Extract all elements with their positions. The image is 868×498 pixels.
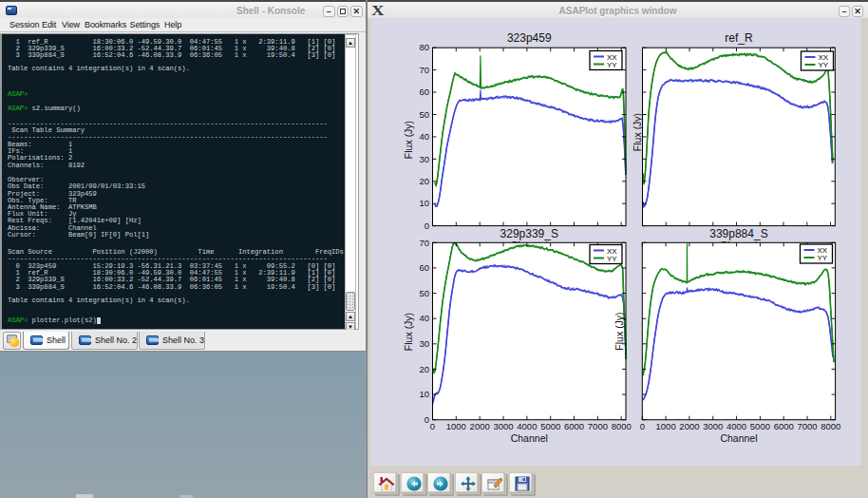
svg-text:4000: 4000 xyxy=(517,421,537,431)
svg-text:0: 0 xyxy=(425,414,429,425)
svg-text:Channel: Channel xyxy=(720,432,757,444)
svg-text:2000: 2000 xyxy=(470,421,490,431)
svg-text:30: 30 xyxy=(419,338,429,349)
svg-text:40: 40 xyxy=(419,313,429,323)
svg-text:0: 0 xyxy=(430,421,435,431)
svg-text:Channel: Channel xyxy=(511,432,548,444)
svg-text:5000: 5000 xyxy=(750,421,770,431)
svg-text:Flux (Jy): Flux (Jy) xyxy=(403,313,414,351)
svg-text:50: 50 xyxy=(419,288,429,298)
svg-text:7000: 7000 xyxy=(588,421,608,431)
svg-text:8000: 8000 xyxy=(821,421,840,431)
svg-text:10: 10 xyxy=(419,198,429,208)
svg-text:3000: 3000 xyxy=(493,421,513,431)
svg-text:YY: YY xyxy=(607,61,617,69)
svg-text:40: 40 xyxy=(419,131,429,142)
svg-text:80: 80 xyxy=(419,42,429,52)
svg-text:Flux (Jy): Flux (Jy) xyxy=(632,113,643,151)
svg-text:6000: 6000 xyxy=(774,421,794,431)
svg-text:YY: YY xyxy=(607,255,617,263)
svg-text:6000: 6000 xyxy=(564,421,584,431)
svg-text:30: 30 xyxy=(419,154,429,164)
svg-text:60: 60 xyxy=(419,262,429,273)
svg-text:339p884_S: 339p884_S xyxy=(709,227,767,240)
svg-text:ref_R: ref_R xyxy=(725,31,753,45)
svg-text:4000: 4000 xyxy=(726,421,746,431)
svg-text:2000: 2000 xyxy=(679,421,699,431)
svg-text:0: 0 xyxy=(640,421,645,431)
svg-text:8000: 8000 xyxy=(612,421,632,431)
svg-text:70: 70 xyxy=(419,238,429,248)
svg-text:YY: YY xyxy=(819,61,829,69)
svg-text:1000: 1000 xyxy=(446,421,466,431)
svg-text:70: 70 xyxy=(419,65,429,75)
svg-text:20: 20 xyxy=(419,364,429,374)
svg-text:10: 10 xyxy=(419,389,429,399)
svg-text:60: 60 xyxy=(419,86,429,97)
svg-text:329p339_S: 329p339_S xyxy=(500,227,558,240)
svg-text:3000: 3000 xyxy=(703,421,723,431)
svg-text:20: 20 xyxy=(419,176,429,186)
svg-text:1000: 1000 xyxy=(656,421,676,431)
svg-text:YY: YY xyxy=(818,254,828,262)
svg-text:Flux (Jy): Flux (Jy) xyxy=(613,312,625,350)
svg-text:7000: 7000 xyxy=(797,421,817,431)
svg-text:Flux (Jy): Flux (Jy) xyxy=(403,121,414,159)
svg-text:323p459: 323p459 xyxy=(507,31,552,45)
svg-text:5000: 5000 xyxy=(540,421,560,431)
svg-text:0: 0 xyxy=(425,220,429,231)
svg-text:50: 50 xyxy=(419,109,429,120)
